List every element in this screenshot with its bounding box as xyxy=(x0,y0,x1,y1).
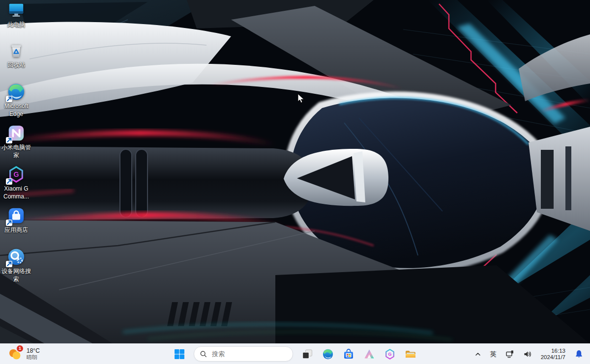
microsoft-store-icon xyxy=(343,348,354,360)
desktop-icon-label: 小米电脑管家 xyxy=(0,143,32,159)
shortcut-arrow-icon xyxy=(6,261,12,267)
weather-temperature: 18°C xyxy=(27,347,40,354)
desktop-wallpaper: G xyxy=(0,0,590,344)
weather-widget[interactable]: 1 18°C 晴朗 xyxy=(5,344,43,364)
system-tray: 英 16:13 2024/11/7 xyxy=(471,344,587,364)
desktop-icon-label: Microsoft Edge xyxy=(0,102,32,118)
g-command-icon xyxy=(7,165,26,184)
weather-condition: 晴朗 xyxy=(27,354,40,361)
ethernet-icon xyxy=(505,350,514,359)
tray-date: 2024/11/7 xyxy=(541,354,565,361)
desktop-icon-label: Xiaomi G Comma... xyxy=(0,185,32,200)
volume-icon xyxy=(523,350,532,359)
device-network-search-icon xyxy=(7,248,26,266)
start-icon xyxy=(174,348,185,360)
taskbar: 1 18°C 晴朗 xyxy=(0,343,590,364)
tray-overflow-button[interactable] xyxy=(471,345,485,363)
taskbar-search-box[interactable] xyxy=(194,346,293,362)
sun-icon: 1 xyxy=(8,347,23,362)
desktop-icon-label: 设备网络搜索 xyxy=(0,267,32,283)
edge-icon xyxy=(7,83,26,101)
notification-center-button[interactable] xyxy=(571,345,587,363)
file-explorer-icon xyxy=(405,348,416,360)
task-view-button[interactable] xyxy=(298,345,317,364)
g-command-taskbar-button[interactable] xyxy=(381,345,399,364)
desktop-icon-label: 回收站 xyxy=(7,61,25,69)
search-input[interactable] xyxy=(211,350,272,358)
network-button[interactable] xyxy=(502,345,518,363)
desktop-icon-xiaomi-g-command[interactable]: Xiaomi G Comma... xyxy=(0,165,32,200)
shortcut-arrow-icon xyxy=(6,220,12,226)
ime-indicator[interactable]: 英 xyxy=(487,345,500,363)
notification-bell-icon xyxy=(574,349,584,359)
start-button[interactable] xyxy=(170,345,189,364)
clock[interactable]: 16:13 2024/11/7 xyxy=(537,345,569,363)
g-command-icon xyxy=(384,348,396,360)
notification-count-badge: 1 xyxy=(17,345,23,352)
shortcut-arrow-icon xyxy=(6,178,12,185)
desktop-icon-this-pc[interactable]: 此电脑 xyxy=(0,1,32,28)
desktop-icon-label: 应用商店 xyxy=(4,226,28,234)
task-view-icon xyxy=(301,348,313,360)
desktop: G xyxy=(0,0,590,344)
desktop-icon-recycle-bin[interactable]: 回收站 xyxy=(0,41,32,69)
xiaomi-app-icon xyxy=(363,348,375,360)
desktop-icon-label: 此电脑 xyxy=(7,21,25,28)
search-icon xyxy=(200,351,207,358)
shortcut-arrow-icon xyxy=(6,96,12,102)
microsoft-store-button[interactable] xyxy=(339,345,358,364)
desktop-icon-microsoft-edge[interactable]: Microsoft Edge xyxy=(0,83,32,118)
desktop-icon-device-network-search[interactable]: 设备网络搜索 xyxy=(0,248,32,283)
desktop-icon-app-store[interactable]: 应用商店 xyxy=(0,206,32,234)
desktop-icon-mi-pc-manager[interactable]: 小米电脑管家 xyxy=(0,124,32,159)
ime-label: 英 xyxy=(490,350,497,359)
mi-pc-manager-icon xyxy=(7,124,26,142)
file-explorer-button[interactable] xyxy=(401,345,420,364)
app-store-icon xyxy=(7,206,26,225)
shortcut-arrow-icon xyxy=(6,137,12,143)
edge-icon xyxy=(322,348,334,360)
volume-button[interactable] xyxy=(520,345,535,363)
tray-time: 16:13 xyxy=(551,348,565,354)
xiaomi-app-button[interactable] xyxy=(360,345,379,364)
recycle-bin-icon xyxy=(7,41,26,60)
edge-taskbar-button[interactable] xyxy=(319,345,337,364)
this-pc-icon xyxy=(7,1,26,20)
taskbar-center xyxy=(170,344,420,364)
chevron-up-icon xyxy=(474,351,481,358)
